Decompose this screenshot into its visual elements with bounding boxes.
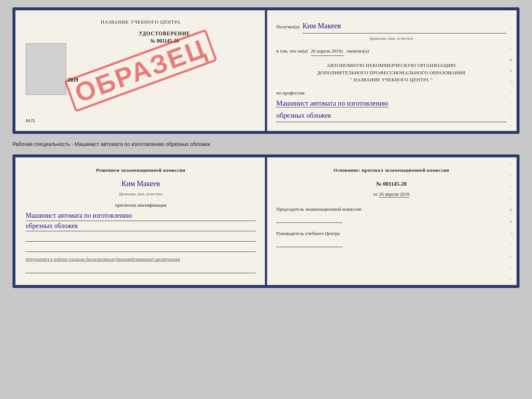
side-marks-top: – – – – и а ← – – – –	[510, 10, 514, 131]
bottom-left-content: Решением экзаменационной комиссии Ким Ма…	[26, 166, 256, 273]
predsedatel-signature-line	[276, 215, 342, 223]
po-professii-label: по профессии	[276, 89, 506, 97]
top-left-half: НАЗВАНИЕ УЧЕБНОГО ЦЕНТРА ОБРАЗЕЦ УДОСТОВ…	[15, 10, 266, 131]
dopusk-row: допускается к работе согласно должностны…	[26, 256, 256, 263]
org-line3: " НАЗВАНИЕ УЧЕБНОГО ЦЕНТРА "	[276, 76, 506, 83]
org-block: АВТОНОМНУЮ НЕКОММЕРЧЕСКУЮ ОРГАНИЗАЦИЮ ДО…	[276, 62, 506, 83]
komissia-title: Решением экзаменационной комиссии	[26, 166, 256, 174]
poluchil-label: Получил(а)	[276, 22, 299, 31]
profession-name-1: Машинист автомата по изготовлению	[276, 99, 388, 107]
prisvoena-label: присвоена квалификация	[26, 201, 256, 209]
dopusk-prefix: допускается к	[26, 257, 53, 262]
bottom-left-half: Решением экзаменационной комиссии Ким Ма…	[15, 157, 266, 285]
kvalif-name-2: обрезных обложек	[26, 221, 256, 231]
profession-name-2: обрезных обложек	[276, 109, 506, 122]
recipient-name: Ким Макеев	[302, 19, 506, 33]
blank-line-2	[26, 245, 256, 252]
protocol-number: № 001145-20	[276, 179, 506, 189]
protocol-date-value: 26 апреля 2019	[379, 191, 409, 197]
org-line1: АВТОНОМНУЮ НЕКОММЕРЧЕСКУЮ ОРГАНИЗАЦИЮ	[276, 62, 506, 69]
kvalif-name-1: Машинист автомата по изготовлению	[26, 211, 256, 221]
photo-area	[26, 43, 66, 95]
dopusk-text: работе согласно должностным (производств…	[54, 257, 180, 262]
finished-date: 26 апреля 2019г.	[311, 47, 344, 56]
protocol-date-prefix: от	[373, 191, 378, 197]
blank-line-1	[26, 234, 256, 242]
document-container: НАЗВАНИЕ УЧЕБНОГО ЦЕНТРА ОБРАЗЕЦ УДОСТОВ…	[12, 7, 520, 288]
vtom-label: в том, что он(а)	[276, 47, 308, 55]
top-right-content: Получил(а) Ким Макеев (фамилия, имя, отч…	[276, 19, 506, 122]
vtom-row: в том, что он(а) 26 апреля 2019г. окончи…	[276, 47, 506, 56]
rukovoditel-block: Руководитель учебного Центра	[276, 230, 506, 247]
org-line2: ДОПОЛНИТЕЛЬНОГО ПРОФЕССИОНАЛЬНОГО ОБРАЗО…	[276, 69, 506, 76]
bottom-right-half: Основание: протокол экзаменационной коми…	[266, 157, 517, 285]
recipient-row: Получил(а) Ким Макеев	[276, 19, 506, 33]
protocol-date: от 26 апреля 2019	[276, 190, 506, 198]
komissia-fio-hint: (фамилия, имя, отчество)	[26, 190, 256, 197]
osnovanie-title: Основание: протокол экзаменационной коми…	[276, 166, 506, 174]
mp-label: М.П.	[26, 118, 36, 124]
rukovoditel-signature-line	[276, 240, 342, 247]
blank-line-3	[26, 266, 256, 273]
predsedatel-block: Председатель экзаменационной комиссии	[276, 206, 506, 223]
top-document-card: НАЗВАНИЕ УЧЕБНОГО ЦЕНТРА ОБРАЗЕЦ УДОСТОВ…	[12, 7, 520, 134]
fio-hint-top: (фамилия, имя, отчество)	[276, 35, 506, 42]
specialty-caption: Рабочая специальность - Машинист автомат…	[12, 140, 520, 148]
bottom-right-content: Основание: протокол экзаменационной коми…	[276, 166, 506, 247]
cert-type-label: УДОСТОВЕРЕНИЕ	[73, 31, 256, 37]
cert-number: № 001145-20	[73, 38, 256, 44]
top-right-half: Получил(а) Ким Макеев (фамилия, имя, отч…	[266, 10, 517, 131]
side-marks-bottom: – – – – и а ← – – – –	[510, 157, 514, 285]
school-title: НАЗВАНИЕ УЧЕБНОГО ЦЕНТРА	[26, 19, 256, 25]
bottom-document-card: Решением экзаменационной комиссии Ким Ма…	[12, 154, 520, 288]
okonchil-label: окончил(а)	[347, 47, 369, 55]
komissia-person-name: Ким Макеев	[26, 177, 256, 190]
rukovoditel-title: Руководитель учебного Центра	[276, 230, 506, 237]
predsedatel-title: Председатель экзаменационной комиссии	[276, 206, 506, 213]
